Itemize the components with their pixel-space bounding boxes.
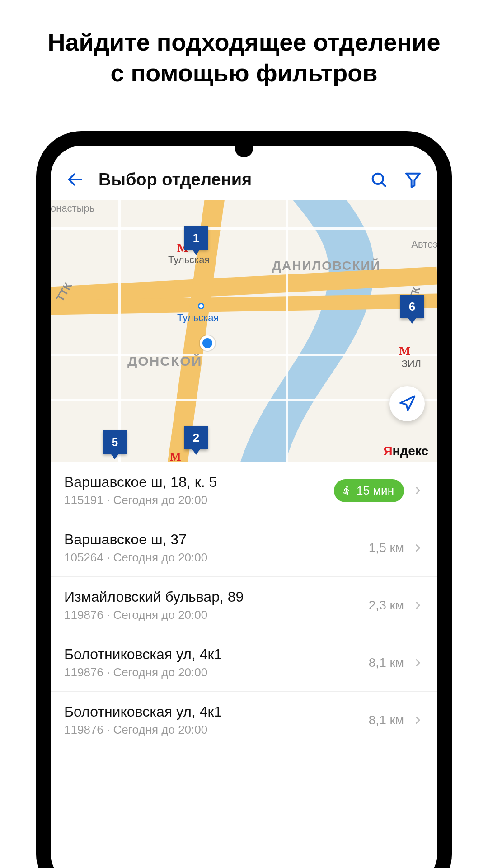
metro-icon: М bbox=[399, 344, 410, 358]
map-pin[interactable]: 6 bbox=[400, 295, 424, 318]
filter-icon bbox=[404, 170, 422, 189]
branch-distance: 8,1 км bbox=[369, 713, 404, 727]
walk-time-text: 15 мин bbox=[357, 484, 394, 498]
branch-subtitle: 119876 · Сегодня до 20:00 bbox=[64, 723, 361, 737]
locate-me-button[interactable] bbox=[389, 386, 425, 421]
metro-icon: М bbox=[170, 450, 181, 462]
phone-frame: Выбор отделения онастырь bbox=[36, 131, 452, 868]
chevron-right-icon bbox=[412, 599, 424, 611]
branch-row[interactable]: Болотниковская ул, 4к1119876 · Сегодня д… bbox=[51, 634, 437, 692]
branch-row[interactable]: Варшавское ш, 37105264 · Сегодня до 20:0… bbox=[51, 519, 437, 577]
map-pin[interactable]: 5 bbox=[103, 430, 127, 454]
branch-subtitle: 119876 · Сегодня до 20:00 bbox=[64, 608, 361, 622]
branch-distance: 1,5 км bbox=[369, 541, 404, 555]
back-button[interactable] bbox=[64, 169, 86, 190]
branch-title: Болотниковская ул, 4к1 bbox=[64, 703, 361, 720]
rail-station-label: Тульская bbox=[177, 312, 219, 324]
chevron-right-icon bbox=[412, 542, 424, 554]
rail-station-icon bbox=[198, 303, 204, 309]
map-edge-label: онастырь bbox=[51, 203, 94, 214]
arrow-left-icon bbox=[66, 170, 84, 189]
district-label: ДОНСКОЙ bbox=[127, 354, 202, 369]
pin-label: 6 bbox=[409, 300, 415, 314]
search-button[interactable] bbox=[368, 169, 389, 190]
pin-label: 2 bbox=[193, 431, 199, 445]
branch-subtitle: 105264 · Сегодня до 20:00 bbox=[64, 551, 361, 565]
branch-main: Варшавское ш, 18, к. 5115191 · Сегодня д… bbox=[64, 474, 326, 507]
branch-title: Варшавское ш, 18, к. 5 bbox=[64, 474, 326, 491]
pin-label: 1 bbox=[193, 231, 199, 245]
svg-marker-3 bbox=[406, 174, 420, 187]
branch-main: Болотниковская ул, 4к1119876 · Сегодня д… bbox=[64, 703, 361, 737]
map-view[interactable]: онастырь Автоз ТТК ТТК ДАНИЛОВСКИЙ ДОНСК… bbox=[51, 200, 437, 462]
branch-title: Измайловский бульвар, 89 bbox=[64, 589, 361, 605]
river-shape bbox=[51, 200, 437, 462]
branch-list[interactable]: Варшавское ш, 18, к. 5115191 · Сегодня д… bbox=[51, 462, 437, 749]
promo-heading: Найдите подходящее отделение с помощью ф… bbox=[0, 0, 488, 88]
filter-button[interactable] bbox=[402, 169, 424, 190]
svg-marker-4 bbox=[400, 396, 415, 410]
navigation-arrow-icon bbox=[398, 395, 416, 413]
branch-distance: 8,1 км bbox=[369, 656, 404, 670]
svg-point-5 bbox=[346, 486, 348, 488]
branch-subtitle: 119876 · Сегодня до 20:00 bbox=[64, 665, 361, 679]
user-location-dot bbox=[200, 335, 215, 351]
promo-line2: с помощью фильтров bbox=[111, 59, 378, 86]
map-edge-label: Автоз bbox=[411, 239, 437, 250]
branch-title: Варшавское ш, 37 bbox=[64, 531, 361, 548]
branch-distance: 2,3 км bbox=[369, 598, 404, 613]
chevron-right-icon bbox=[412, 714, 424, 726]
metro-station-label: Тульская bbox=[168, 254, 210, 266]
pin-label: 5 bbox=[112, 435, 118, 449]
chevron-right-icon bbox=[412, 657, 424, 669]
branch-main: Варшавское ш, 37105264 · Сегодня до 20:0… bbox=[64, 531, 361, 565]
street bbox=[51, 399, 437, 401]
search-icon bbox=[370, 170, 388, 189]
svg-line-2 bbox=[382, 183, 385, 186]
camera-notch bbox=[235, 139, 253, 157]
yandex-ya: Я bbox=[383, 444, 392, 458]
promo-line1: Найдите подходящее отделение bbox=[48, 28, 441, 56]
metro-station-label: ЗИЛ bbox=[401, 358, 421, 370]
map-attribution: Яндекс bbox=[383, 444, 428, 458]
branch-subtitle: 115191 · Сегодня до 20:00 bbox=[64, 493, 326, 507]
branch-row[interactable]: Измайловский бульвар, 89119876 · Сегодня… bbox=[51, 577, 437, 634]
branch-title: Болотниковская ул, 4к1 bbox=[64, 646, 361, 663]
chevron-right-icon bbox=[412, 485, 424, 496]
district-label: ДАНИЛОВСКИЙ bbox=[272, 259, 381, 273]
street bbox=[286, 200, 288, 462]
street bbox=[118, 200, 121, 462]
map-pin[interactable]: 2 bbox=[184, 426, 208, 449]
branch-row[interactable]: Болотниковская ул, 4к1119876 · Сегодня д… bbox=[51, 692, 437, 749]
branch-row[interactable]: Варшавское ш, 18, к. 5115191 · Сегодня д… bbox=[51, 462, 437, 519]
phone-screen: Выбор отделения онастырь bbox=[51, 146, 437, 868]
branch-main: Болотниковская ул, 4к1119876 · Сегодня д… bbox=[64, 646, 361, 679]
yandex-ndex: ндекс bbox=[393, 444, 428, 458]
map-pin[interactable]: 1 bbox=[184, 226, 208, 250]
street bbox=[51, 227, 437, 230]
page-title: Выбор отделения bbox=[99, 170, 355, 189]
street bbox=[51, 354, 437, 356]
walk-time-badge: 15 мин bbox=[334, 479, 404, 502]
branch-main: Измайловский бульвар, 89119876 · Сегодня… bbox=[64, 589, 361, 622]
walk-icon bbox=[341, 485, 352, 496]
